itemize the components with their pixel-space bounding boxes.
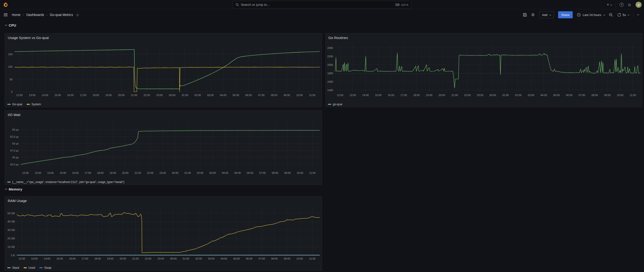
panel-go-routines: Go Routines 12:0013:0014:0015:0016:0017:… [325,33,642,107]
chart-legend: {__name__="cpu_usage", instance="localho… [7,180,124,184]
svg-text:13:00: 13:00 [34,171,41,174]
new-button[interactable]: + [606,2,612,7]
help-icon[interactable]: ? [620,2,624,7]
time-range-picker[interactable]: Last 24 hours [577,13,605,17]
svg-text:15:00: 15:00 [375,94,382,97]
breadcrumb-home[interactable]: Home [12,13,20,17]
legend-item[interactable]: Swap [39,266,51,270]
svg-text:02:00: 02:00 [515,94,522,97]
panel-title[interactable]: I/O Wait [5,110,322,118]
panel-title[interactable]: RAM Usage [5,196,322,204]
grafana-logo-icon[interactable] [3,2,8,7]
svg-text:10:00: 10:00 [617,94,624,97]
legend-item[interactable]: Go-quai [7,103,22,106]
svg-text:17:00: 17:00 [82,257,88,260]
panel-ram-usage: RAM Usage 12:0013:0014:0015:0016:0017:00… [5,196,322,271]
svg-text:08:00: 08:00 [592,94,598,97]
chevron-down-icon [627,13,630,16]
chart-legend: go-quai [328,103,342,106]
refresh-interval: 5s [622,13,626,17]
svg-text:04:00: 04:00 [222,171,228,174]
svg-text:18:00: 18:00 [94,257,101,260]
chart-ram-usage[interactable]: 12:0013:0014:0015:0016:0017:0018:0019:00… [5,204,322,264]
section-header-memory[interactable]: Memory [5,187,22,191]
svg-text:12:00: 12:00 [337,94,344,97]
keyboard-icon: ⌨ [395,3,400,6]
svg-text:1800: 1800 [328,72,333,75]
chart-legend: Go-quaiSystem [7,103,41,106]
top-nav-bar: Search or jump to... ⌨ ctrl+k + ? [0,0,644,9]
svg-text:08:00: 08:00 [272,171,278,174]
svg-text:52.5 µs: 52.5 µs [10,135,19,138]
svg-text:01:00: 01:00 [184,171,191,174]
search-input[interactable]: Search or jump to... ⌨ ctrl+k [232,1,412,8]
dashboard-canvas: CPU Usage System vs Go-quai 12:0013:0014… [0,20,644,272]
svg-text:17:00: 17:00 [80,94,86,97]
svg-text:15:00: 15:00 [54,94,61,97]
legend-item[interactable]: Used [24,266,35,270]
svg-text:00:00: 00:00 [490,94,496,97]
search-placeholder: Search or jump to... [241,3,393,6]
menu-icon[interactable] [4,13,8,16]
svg-text:30 GB: 30 GB [8,229,15,231]
panel-title[interactable]: Go Routines [326,33,642,41]
legend-swatch [7,182,10,182]
legend-swatch [26,104,30,105]
chart-go-routines[interactable]: 12:0013:0014:0015:0016:0017:0018:0019:00… [326,41,642,100]
legend-label: {__name__="cpu_usage", instance="localho… [12,180,124,184]
news-icon[interactable] [628,2,632,7]
svg-text:01:00: 01:00 [502,94,509,97]
clock-icon [577,13,581,17]
svg-text:18:00: 18:00 [97,171,104,174]
chevron-down-icon [603,13,606,16]
svg-text:0: 0 [11,90,12,93]
divider [633,12,634,17]
svg-text:42.5 µs: 42.5 µs [10,163,19,166]
favorite-star-icon[interactable]: ☆ [76,13,79,17]
avatar[interactable] [636,2,642,8]
share-button[interactable]: Share [558,11,573,18]
svg-text:14:00: 14:00 [42,94,48,97]
svg-text:15:00: 15:00 [56,257,63,260]
svg-text:16:00: 16:00 [69,257,76,260]
legend-item[interactable]: {__name__="cpu_usage", instance="localho… [7,180,124,184]
kiosk-chevron-up-icon[interactable] [637,14,639,16]
svg-text:07:00: 07:00 [578,94,585,97]
svg-text:17:00: 17:00 [400,94,407,97]
breadcrumb-dashboards[interactable]: Dashboards [26,13,44,17]
svg-text:03:00: 03:00 [209,171,216,174]
svg-text:06:00: 06:00 [566,94,572,97]
breadcrumb-current[interactable]: Go-quai Metrics [50,13,73,17]
svg-text:11:00: 11:00 [309,171,316,174]
svg-text:20:00: 20:00 [118,94,125,97]
add-button[interactable]: Add [539,11,554,18]
svg-text:55 µs: 55 µs [12,128,19,131]
svg-text:20 GB: 20 GB [8,237,15,240]
svg-text:07:00: 07:00 [259,171,266,174]
svg-text:02:00: 02:00 [194,94,201,97]
refresh-icon[interactable] [617,13,621,17]
svg-text:11:00: 11:00 [309,257,316,260]
svg-text:00:00: 00:00 [172,171,178,174]
refresh-picker[interactable]: 5s [617,13,629,17]
section-header-cpu[interactable]: CPU [5,23,16,27]
svg-text:13:00: 13:00 [350,94,356,97]
settings-gear-icon[interactable]: ⚙ [531,12,534,17]
save-icon[interactable] [523,13,527,17]
svg-text:05:00: 05:00 [234,171,241,174]
svg-text:18:00: 18:00 [92,94,99,97]
svg-text:12:00: 12:00 [22,171,29,174]
zoom-out-icon[interactable] [609,13,613,17]
legend-item[interactable]: go-quai [328,103,342,106]
svg-text:100: 100 [8,65,12,68]
panel-usage-system-vs-goquai: Usage System vs Go-quai 12:0013:0014:001… [5,33,322,107]
chart-io-wait[interactable]: 12:0013:0014:0015:0016:0017:0018:0019:00… [5,118,322,178]
svg-text:10:00: 10:00 [296,257,303,260]
svg-text:00:00: 00:00 [169,94,176,97]
legend-item[interactable]: Stack [7,266,19,270]
search-icon [236,3,239,6]
legend-item[interactable]: System [26,103,41,106]
panel-title[interactable]: Usage System vs Go-quai [5,33,322,41]
chart-usage-system-vs-goquai[interactable]: 12:0013:0014:0015:0016:0017:0018:0019:00… [5,41,322,100]
svg-text:10:00: 10:00 [296,94,303,97]
